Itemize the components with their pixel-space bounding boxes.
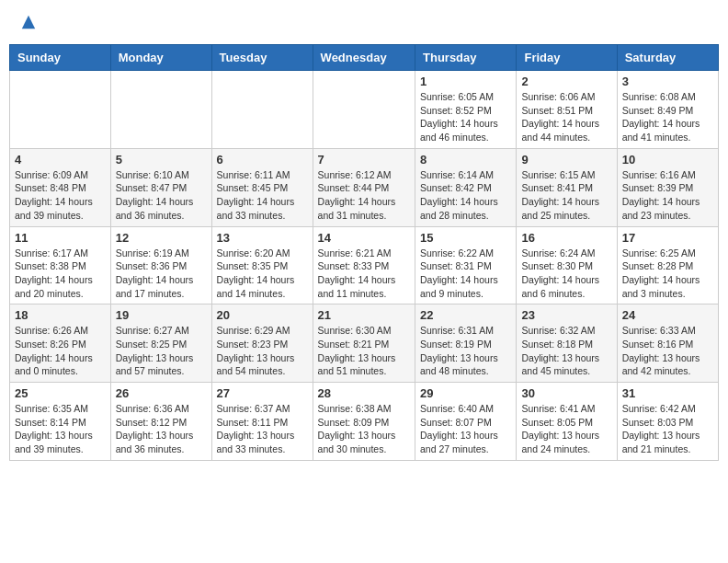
day-info: Sunrise: 6:33 AM Sunset: 8:16 PM Dayligh… bbox=[622, 324, 713, 378]
calendar-cell: 19Sunrise: 6:27 AM Sunset: 8:25 PM Dayli… bbox=[110, 304, 211, 383]
calendar-cell: 28Sunrise: 6:38 AM Sunset: 8:09 PM Dayli… bbox=[313, 383, 415, 461]
calendar-week-row: 4Sunrise: 6:09 AM Sunset: 8:48 PM Daylig… bbox=[10, 148, 719, 226]
day-number: 11 bbox=[15, 231, 106, 245]
day-of-week-header: Monday bbox=[110, 45, 211, 71]
day-info: Sunrise: 6:14 AM Sunset: 8:42 PM Dayligh… bbox=[420, 168, 511, 223]
calendar-week-row: 25Sunrise: 6:35 AM Sunset: 8:14 PM Dayli… bbox=[10, 383, 719, 461]
calendar-cell: 9Sunrise: 6:15 AM Sunset: 8:41 PM Daylig… bbox=[517, 148, 617, 226]
day-info: Sunrise: 6:21 AM Sunset: 8:33 PM Dayligh… bbox=[318, 247, 410, 301]
calendar-cell: 8Sunrise: 6:14 AM Sunset: 8:42 PM Daylig… bbox=[415, 148, 517, 226]
day-of-week-header: Tuesday bbox=[211, 45, 313, 71]
day-info: Sunrise: 6:08 AM Sunset: 8:49 PM Dayligh… bbox=[622, 90, 713, 144]
day-info: Sunrise: 6:37 AM Sunset: 8:11 PM Dayligh… bbox=[217, 402, 308, 456]
day-info: Sunrise: 6:30 AM Sunset: 8:21 PM Dayligh… bbox=[318, 324, 410, 378]
calendar-cell: 12Sunrise: 6:19 AM Sunset: 8:36 PM Dayli… bbox=[110, 226, 211, 304]
calendar-cell: 5Sunrise: 6:10 AM Sunset: 8:47 PM Daylig… bbox=[110, 148, 211, 226]
calendar-cell: 26Sunrise: 6:36 AM Sunset: 8:12 PM Dayli… bbox=[110, 383, 211, 461]
day-info: Sunrise: 6:12 AM Sunset: 8:44 PM Dayligh… bbox=[318, 168, 410, 223]
calendar-cell: 31Sunrise: 6:42 AM Sunset: 8:03 PM Dayli… bbox=[617, 383, 718, 461]
day-info: Sunrise: 6:06 AM Sunset: 8:51 PM Dayligh… bbox=[521, 90, 611, 144]
day-number: 16 bbox=[521, 231, 611, 245]
day-number: 4 bbox=[15, 153, 106, 167]
logo-icon bbox=[20, 14, 37, 30]
day-info: Sunrise: 6:38 AM Sunset: 8:09 PM Dayligh… bbox=[318, 402, 410, 456]
day-number: 25 bbox=[15, 386, 106, 400]
day-info: Sunrise: 6:27 AM Sunset: 8:25 PM Dayligh… bbox=[116, 324, 207, 378]
calendar-cell bbox=[10, 71, 111, 149]
day-number: 22 bbox=[420, 308, 511, 322]
day-number: 19 bbox=[116, 308, 207, 322]
calendar-week-row: 1Sunrise: 6:05 AM Sunset: 8:52 PM Daylig… bbox=[10, 71, 719, 149]
day-number: 9 bbox=[521, 153, 611, 167]
day-info: Sunrise: 6:20 AM Sunset: 8:35 PM Dayligh… bbox=[217, 247, 308, 301]
calendar-cell: 17Sunrise: 6:25 AM Sunset: 8:28 PM Dayli… bbox=[617, 226, 718, 304]
day-info: Sunrise: 6:32 AM Sunset: 8:18 PM Dayligh… bbox=[521, 324, 611, 378]
calendar-cell: 1Sunrise: 6:05 AM Sunset: 8:52 PM Daylig… bbox=[415, 71, 517, 149]
calendar-cell: 21Sunrise: 6:30 AM Sunset: 8:21 PM Dayli… bbox=[313, 304, 415, 383]
calendar-cell: 4Sunrise: 6:09 AM Sunset: 8:48 PM Daylig… bbox=[10, 148, 111, 226]
calendar-week-row: 11Sunrise: 6:17 AM Sunset: 8:38 PM Dayli… bbox=[10, 226, 719, 304]
day-info: Sunrise: 6:16 AM Sunset: 8:39 PM Dayligh… bbox=[622, 168, 713, 223]
calendar-cell bbox=[110, 71, 211, 149]
day-info: Sunrise: 6:31 AM Sunset: 8:19 PM Dayligh… bbox=[420, 324, 511, 378]
calendar-cell: 27Sunrise: 6:37 AM Sunset: 8:11 PM Dayli… bbox=[211, 383, 313, 461]
calendar-cell: 15Sunrise: 6:22 AM Sunset: 8:31 PM Dayli… bbox=[415, 226, 517, 304]
day-info: Sunrise: 6:10 AM Sunset: 8:47 PM Dayligh… bbox=[116, 168, 207, 223]
logo bbox=[18, 14, 39, 30]
calendar-cell: 3Sunrise: 6:08 AM Sunset: 8:49 PM Daylig… bbox=[617, 71, 718, 149]
day-info: Sunrise: 6:05 AM Sunset: 8:52 PM Dayligh… bbox=[420, 90, 511, 144]
day-info: Sunrise: 6:17 AM Sunset: 8:38 PM Dayligh… bbox=[15, 247, 106, 301]
day-info: Sunrise: 6:42 AM Sunset: 8:03 PM Dayligh… bbox=[622, 402, 713, 456]
calendar-cell: 2Sunrise: 6:06 AM Sunset: 8:51 PM Daylig… bbox=[517, 71, 617, 149]
calendar-cell: 22Sunrise: 6:31 AM Sunset: 8:19 PM Dayli… bbox=[415, 304, 517, 383]
calendar-cell: 11Sunrise: 6:17 AM Sunset: 8:38 PM Dayli… bbox=[10, 226, 111, 304]
day-info: Sunrise: 6:36 AM Sunset: 8:12 PM Dayligh… bbox=[116, 402, 207, 456]
day-number: 30 bbox=[521, 386, 611, 400]
calendar-cell: 23Sunrise: 6:32 AM Sunset: 8:18 PM Dayli… bbox=[517, 304, 617, 383]
svg-marker-0 bbox=[22, 16, 35, 29]
day-of-week-header: Wednesday bbox=[313, 45, 415, 71]
day-number: 7 bbox=[318, 153, 410, 167]
calendar-cell: 24Sunrise: 6:33 AM Sunset: 8:16 PM Dayli… bbox=[617, 304, 718, 383]
calendar-cell: 18Sunrise: 6:26 AM Sunset: 8:26 PM Dayli… bbox=[10, 304, 111, 383]
calendar-cell: 6Sunrise: 6:11 AM Sunset: 8:45 PM Daylig… bbox=[211, 148, 313, 226]
day-info: Sunrise: 6:09 AM Sunset: 8:48 PM Dayligh… bbox=[15, 168, 106, 223]
day-info: Sunrise: 6:35 AM Sunset: 8:14 PM Dayligh… bbox=[15, 402, 106, 456]
day-of-week-header: Friday bbox=[517, 45, 617, 71]
day-number: 24 bbox=[622, 308, 713, 322]
calendar-cell: 10Sunrise: 6:16 AM Sunset: 8:39 PM Dayli… bbox=[617, 148, 718, 226]
day-number: 6 bbox=[217, 153, 308, 167]
calendar-cell bbox=[313, 71, 415, 149]
day-number: 14 bbox=[318, 231, 410, 245]
day-number: 31 bbox=[622, 386, 713, 400]
day-info: Sunrise: 6:11 AM Sunset: 8:45 PM Dayligh… bbox=[217, 168, 308, 223]
calendar-cell: 25Sunrise: 6:35 AM Sunset: 8:14 PM Dayli… bbox=[10, 383, 111, 461]
day-number: 28 bbox=[318, 386, 410, 400]
day-info: Sunrise: 6:40 AM Sunset: 8:07 PM Dayligh… bbox=[420, 402, 511, 456]
day-number: 5 bbox=[116, 153, 207, 167]
calendar-cell: 29Sunrise: 6:40 AM Sunset: 8:07 PM Dayli… bbox=[415, 383, 517, 461]
day-number: 3 bbox=[622, 75, 713, 88]
day-info: Sunrise: 6:22 AM Sunset: 8:31 PM Dayligh… bbox=[420, 247, 511, 301]
day-number: 18 bbox=[15, 308, 106, 322]
day-number: 21 bbox=[318, 308, 410, 322]
day-number: 15 bbox=[420, 231, 511, 245]
day-number: 20 bbox=[217, 308, 308, 322]
calendar-cell: 13Sunrise: 6:20 AM Sunset: 8:35 PM Dayli… bbox=[211, 226, 313, 304]
calendar-body: 1Sunrise: 6:05 AM Sunset: 8:52 PM Daylig… bbox=[10, 71, 719, 461]
day-number: 26 bbox=[116, 386, 207, 400]
day-number: 17 bbox=[622, 231, 713, 245]
calendar-cell: 14Sunrise: 6:21 AM Sunset: 8:33 PM Dayli… bbox=[313, 226, 415, 304]
day-number: 8 bbox=[420, 153, 511, 167]
day-info: Sunrise: 6:24 AM Sunset: 8:30 PM Dayligh… bbox=[521, 247, 611, 301]
day-info: Sunrise: 6:41 AM Sunset: 8:05 PM Dayligh… bbox=[521, 402, 611, 456]
day-info: Sunrise: 6:25 AM Sunset: 8:28 PM Dayligh… bbox=[622, 247, 713, 301]
day-number: 1 bbox=[420, 75, 511, 88]
calendar-cell bbox=[211, 71, 313, 149]
day-info: Sunrise: 6:19 AM Sunset: 8:36 PM Dayligh… bbox=[116, 247, 207, 301]
calendar-cell: 16Sunrise: 6:24 AM Sunset: 8:30 PM Dayli… bbox=[517, 226, 617, 304]
day-number: 13 bbox=[217, 231, 308, 245]
day-of-week-header: Saturday bbox=[617, 45, 718, 71]
day-info: Sunrise: 6:15 AM Sunset: 8:41 PM Dayligh… bbox=[521, 168, 611, 223]
calendar-week-row: 18Sunrise: 6:26 AM Sunset: 8:26 PM Dayli… bbox=[10, 304, 719, 383]
